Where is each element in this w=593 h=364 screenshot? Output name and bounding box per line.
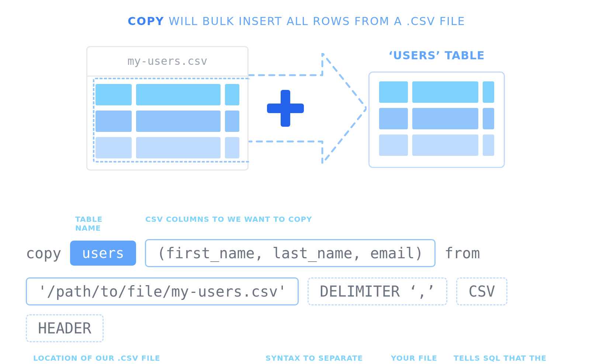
csv-file-illustration: my-users.csv bbox=[86, 46, 249, 171]
caption-keyword: COPY bbox=[128, 15, 164, 28]
users-table-illustration: ‘USERS’ TABLE bbox=[367, 49, 507, 168]
pill-table: users bbox=[70, 241, 136, 266]
pill-path: '/path/to/file/my-users.csv' bbox=[26, 277, 299, 305]
diagram-visual: my-users.csv ‘USERS’ TABLE bbox=[22, 46, 571, 171]
kw-from: from bbox=[444, 245, 480, 262]
label-table-name: TABLE NAME bbox=[75, 215, 131, 232]
kw-copy: copy bbox=[26, 245, 61, 262]
caption-rest: WILL BULK INSERT ALL ROWS FROM A .CSV FI… bbox=[164, 15, 465, 28]
arrow-illustration bbox=[249, 53, 367, 164]
pill-header: HEADER bbox=[26, 314, 104, 342]
pill-delimiter: DELIMITER ‘,’ bbox=[308, 277, 447, 305]
syntax-line-2: '/path/to/file/my-users.csv' DELIMITER ‘… bbox=[26, 277, 567, 342]
plus-icon bbox=[267, 90, 304, 127]
diagram-caption: COPY WILL BULK INSERT ALL ROWS FROM A .C… bbox=[22, 15, 571, 28]
csv-filename: my-users.csv bbox=[87, 47, 247, 77]
desc-header: TELLS SQL THAT THE FIRST ROW OF YOUR .CS… bbox=[454, 353, 567, 364]
pill-columns: (first_name, last_name, email) bbox=[145, 239, 436, 267]
arrow-icon bbox=[249, 53, 367, 164]
csv-rows bbox=[87, 77, 247, 169]
table-title: ‘USERS’ TABLE bbox=[367, 49, 507, 62]
syntax-line-1: copy users (first_name, last_name, email… bbox=[26, 239, 567, 267]
desc-location: LOCATION OF OUR .CSV FILE bbox=[33, 353, 254, 364]
pill-csv: CSV bbox=[456, 277, 507, 305]
desc-csv: YOUR FILE TYPE bbox=[391, 353, 443, 364]
desc-delimiter: SYNTAX TO SEPARATE THE ROWS IN ‘USERS’ bbox=[266, 353, 380, 364]
label-columns: CSV COLUMNS TO WE WANT TO COPY bbox=[145, 215, 312, 232]
syntax-breakdown: TABLE NAME CSV COLUMNS TO WE WANT TO COP… bbox=[26, 215, 567, 364]
